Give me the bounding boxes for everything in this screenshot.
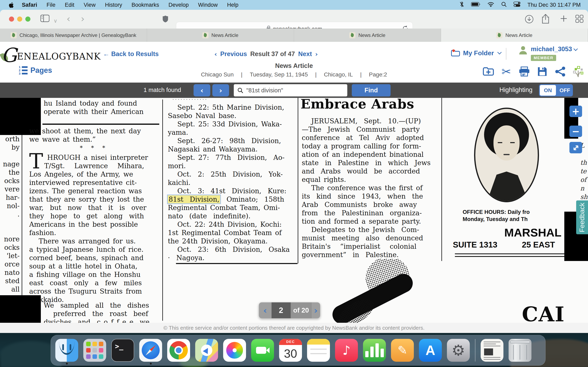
my-folder-button[interactable]: My Folder	[451, 49, 501, 57]
previous-chevron-icon[interactable]: ‹	[214, 50, 217, 58]
newspaper-line: 'let-	[1, 252, 20, 260]
menu-item-safari[interactable]: Safari	[22, 2, 37, 8]
newspaper-line: —The Jewish Communist party	[302, 125, 440, 133]
forward-button[interactable]: ›	[81, 15, 85, 23]
dock-photos-icon[interactable]	[223, 339, 246, 362]
privacy-shield-icon[interactable]	[163, 15, 168, 23]
next-chevron-icon[interactable]: ›	[315, 50, 318, 58]
wifi-icon[interactable]	[487, 1, 494, 8]
page-navigator: ‹ 2 of 20 ›	[259, 302, 320, 318]
dock: >_ DEC30 ♪ ✎ A ⚙	[51, 335, 545, 366]
article-actions: ✂	[483, 66, 584, 77]
highlighting-toggle: ON OFF	[539, 84, 573, 96]
highlighting-off-button[interactable]: OFF	[557, 84, 573, 96]
menu-item-file[interactable]: File	[47, 2, 56, 8]
print-button[interactable]	[519, 66, 530, 77]
menu-item-bookmarks[interactable]: Bookmarks	[131, 2, 159, 8]
column4-lines: JERUSALEM, Sept. 10.—(UP)—The Jewish Com…	[302, 117, 440, 259]
dock-document-icon[interactable]	[481, 339, 503, 362]
new-tab-icon[interactable]	[560, 15, 568, 22]
window-minimize-button[interactable]	[17, 17, 22, 22]
current-page[interactable]: 2	[272, 302, 291, 318]
window-zoom-button[interactable]	[25, 17, 30, 22]
dock-settings-icon[interactable]: ⚙	[447, 339, 470, 362]
sidebar-toggle-icon[interactable]	[40, 15, 49, 22]
tab-newspaper-archive[interactable]: Chicago, Illinois Newspaper Archive | Ge…	[0, 29, 147, 42]
highlighting-on-button[interactable]: ON	[540, 85, 556, 96]
newspaper-scan[interactable]: and,orthbynagetheocksverehar-nol-. noreo…	[0, 98, 588, 323]
newspaper-line: preferred the roast beef	[44, 309, 158, 318]
zoom-in-button[interactable]: +	[570, 106, 582, 117]
dock-notes-icon[interactable]	[307, 339, 330, 362]
menu-item-develop[interactable]: Develop	[168, 2, 189, 8]
newspaper-line: n	[580, 184, 588, 192]
menu-item-history[interactable]: History	[105, 2, 122, 8]
newspaper-line: from the Palestininan organiza-	[302, 209, 440, 217]
section-rule	[176, 263, 297, 264]
tab-overview-icon[interactable]	[575, 15, 584, 23]
dock-finder-icon[interactable]	[55, 339, 78, 362]
site-header: GENEALOGYBANK ← Back to Results ‹ Previo…	[0, 42, 588, 83]
family-tree-button[interactable]	[572, 66, 584, 77]
next-result-link[interactable]: Next	[298, 50, 312, 58]
newspaper-line: sted	[1, 277, 20, 285]
battery-icon[interactable]	[471, 2, 480, 8]
newspaper-line: a fishing village on the Honshu	[29, 270, 159, 279]
chevron-down-icon	[497, 50, 502, 54]
find-button[interactable]: Find	[352, 84, 390, 96]
newspaper-line: Oct. 3: 41st Division, Kure:	[168, 187, 297, 195]
previous-result-link[interactable]: Previous	[220, 50, 247, 58]
share-article-button[interactable]	[554, 66, 566, 77]
newspaper-line: by	[1, 143, 20, 151]
dock-music-icon[interactable]: ♪	[335, 339, 358, 362]
sidebar-chevron-icon[interactable]: ∨	[53, 17, 57, 25]
apple-menu-icon[interactable]	[9, 2, 14, 8]
dock-safari-icon[interactable]	[139, 339, 162, 362]
downloads-icon[interactable]	[525, 15, 534, 24]
menu-item-edit[interactable]: Edit	[65, 2, 75, 8]
menu-item-window[interactable]: Window	[198, 2, 218, 8]
dock-launchpad-icon[interactable]	[83, 339, 106, 362]
tab-news-article-2[interactable]: News Article	[294, 29, 441, 42]
menu-bar-clock[interactable]: Thu Dec 30 11:47 PM	[527, 2, 581, 8]
previous-match-button[interactable]: ‹	[194, 84, 210, 96]
find-input[interactable]	[246, 87, 344, 94]
save-button[interactable]	[536, 66, 548, 77]
zoom-out-button[interactable]: −	[570, 125, 582, 137]
column-rule	[441, 98, 442, 261]
dock-calendar-icon[interactable]: DEC30	[279, 339, 302, 362]
fullscreen-button[interactable]: ↔	[570, 142, 582, 153]
next-page-button[interactable]: ›	[311, 302, 320, 318]
dock-pages-icon[interactable]: ✎	[391, 339, 414, 362]
control-center-icon[interactable]	[513, 2, 520, 8]
newspaper-line: interviewed representative cit-	[29, 178, 159, 187]
back-button[interactable]: ‹	[67, 15, 70, 23]
dock-trash-icon[interactable]	[509, 339, 531, 362]
share-icon[interactable]	[541, 13, 550, 24]
dock-facetime-icon[interactable]	[251, 339, 274, 362]
tab-news-article-1[interactable]: News Article	[147, 29, 294, 42]
menu-item-view[interactable]: View	[84, 2, 95, 8]
newspaper-line: nato	[1, 268, 20, 277]
next-match-button[interactable]: ›	[212, 84, 229, 96]
bluetooth-off-icon[interactable]	[459, 1, 464, 9]
clip-button[interactable]: ✂	[501, 66, 512, 77]
dock-maps-icon[interactable]	[195, 339, 218, 362]
spotlight-icon[interactable]	[501, 2, 507, 8]
window-close-button[interactable]	[9, 17, 14, 22]
dock-chrome-icon[interactable]	[167, 339, 190, 362]
dock-numbers-icon[interactable]	[363, 339, 386, 362]
feedback-tab[interactable]: Feedback	[576, 200, 588, 234]
highlighting-label: Highlighting	[499, 86, 532, 94]
menu-bar: Safari File Edit View History Bookmarks …	[0, 0, 588, 10]
previous-page-button[interactable]: ‹	[259, 302, 272, 318]
dock-appstore-icon[interactable]: A	[419, 339, 442, 362]
dock-terminal-icon[interactable]: >_	[111, 339, 134, 362]
back-to-results-link[interactable]: ← Back to Results	[103, 50, 159, 58]
newspaper-line: ation of an independent binational	[302, 150, 440, 159]
add-to-folder-button[interactable]	[483, 66, 494, 77]
tab-news-article-active[interactable]: News Article	[441, 29, 588, 42]
newspaper-illustration	[318, 259, 436, 323]
menu-item-help[interactable]: Help	[227, 2, 238, 8]
user-menu[interactable]: michael_3053 MEMBER	[519, 45, 577, 61]
